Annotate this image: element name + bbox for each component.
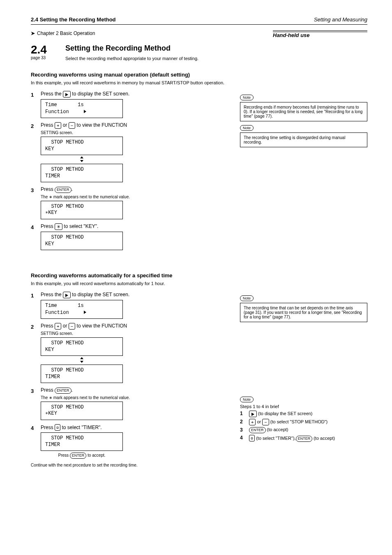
lcd-display: Time 1s Function [41,99,123,118]
enter-button-icon: ENTER [55,388,71,394]
short-steps-intro: Steps 1 to 4 in brief [240,404,367,409]
enter-button-icon: ENTER [249,427,266,433]
short-step-number: 3 [240,427,246,433]
breadcrumb-right: Hand-held use [273,32,310,38]
updown-arrow-icon [80,156,83,162]
currency-button-icon: ¤ [55,424,60,431]
page-number: 33 [41,56,46,60]
plus-button-icon: + [55,122,61,129]
enter-button-icon: ENTER [55,187,71,193]
section-b-tail: Continue with the next procedure to set … [31,463,224,467]
step-number: 2 [31,323,37,330]
page-intro: Select the recording method appropriate … [65,56,367,61]
enter-button-icon: ENTER [296,436,313,442]
lcd-display: STOP METHOD KEY [41,232,123,250]
step-number: 3 [31,387,37,394]
lcd-display: STOP METHOD TIMER [41,365,123,383]
step-number: 2 [31,122,37,129]
minus-button-icon: − [69,323,75,330]
enter-button-icon: ENTER [70,453,87,459]
play-button-icon [249,411,257,417]
updown-arrow-icon [80,357,83,363]
short-step-text: ¤ (to select "TIMER"),ENTER (to accept) [249,435,335,442]
page-title: Setting the Recording Method [65,44,367,53]
step-number: 4 [31,223,37,230]
plus-button-icon: + [249,419,256,425]
section-a-title: Recording waveforms using manual operati… [31,72,367,78]
currency-button-icon: ¤ [249,435,255,441]
short-step-number: 4 [240,435,246,442]
minus-button-icon: − [69,122,75,129]
section-a-sub: In this example, you will record wavefor… [31,80,367,85]
short-step-text: ENTER (to accept) [249,427,288,433]
short-step-number: 1 [240,411,246,417]
lcd-display: STOP METHOD TIMER [41,164,123,182]
note-label: Note [240,125,254,131]
breadcrumb-arrow-icon: ➤ [31,30,37,36]
section-number: 2.4 [31,43,60,56]
step-number: 3 [31,186,37,193]
note-label: Note [240,295,254,301]
short-step-text: (to display the SET screen) [249,411,313,417]
step-number: 4 [31,424,37,431]
header-left: 2.4 Setting the Recording Method [31,16,116,23]
lcd-display: STOP METHOD KEY [41,137,123,155]
step-number: 1 [31,292,37,299]
section-b-title: Recording waveforms automatically for a … [31,272,367,279]
play-button-icon [63,292,71,298]
play-button-icon [63,91,71,98]
step-number: 1 [31,91,37,98]
lcd-display: Time 1s Function [41,300,123,319]
section-b-sub: In this example, you will record wavefor… [31,281,367,286]
lcd-display: STOP METHOD ∗KEY [41,201,123,219]
minus-button-icon: − [262,419,269,425]
breadcrumb-left: Chapter 2 Basic Operation [37,30,273,36]
note-box: The recording time setting is disregarde… [240,132,367,147]
plus-button-icon: + [55,323,61,330]
header-right: Setting and Measuring [314,16,367,23]
short-step-text: + or − (to select "STOP METHOD") [249,419,327,425]
note-box: Recording ends if memory becomes full (r… [240,102,367,121]
note-box: The recording time that can be set depen… [240,303,367,322]
lcd-display: STOP METHOD ∗KEY [41,402,123,420]
star-button-icon: ✳ [55,223,62,230]
lcd-display: STOP METHOD KEY [41,337,123,356]
lcd-display: STOP METHOD TIMER [41,432,123,451]
note-label: Note [240,397,254,402]
short-step-number: 2 [240,419,246,425]
note-label: Note [240,95,254,100]
